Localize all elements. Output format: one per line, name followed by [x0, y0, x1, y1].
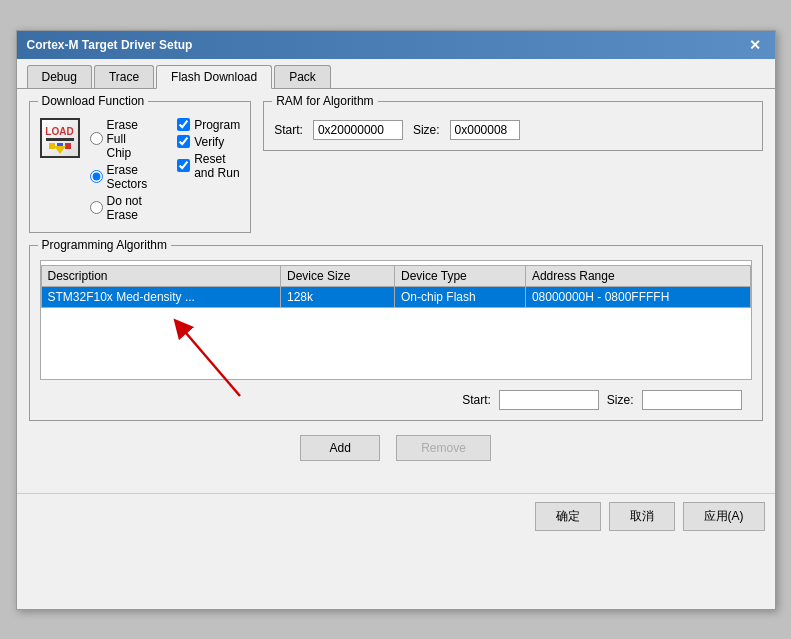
- table-row[interactable]: STM32F10x Med-density ... 128k On-chip F…: [41, 286, 750, 307]
- load-text: LOAD: [45, 127, 73, 137]
- add-remove-buttons: Add Remove: [29, 435, 763, 461]
- download-function-legend: Download Function: [38, 94, 149, 108]
- remove-button[interactable]: Remove: [396, 435, 491, 461]
- prog-table-container: Description Device Size Device Type Addr…: [40, 260, 752, 380]
- programming-algorithm-group: Programming Algorithm Description Device…: [29, 245, 763, 421]
- reset-and-run-checkbox[interactable]: [177, 159, 190, 172]
- programming-algorithm-legend: Programming Algorithm: [38, 238, 171, 252]
- program-checkbox[interactable]: [177, 118, 190, 131]
- col-device-size: Device Size: [280, 265, 394, 286]
- ram-size-label: Size:: [413, 123, 440, 137]
- do-not-erase-label[interactable]: Do not Erase: [107, 194, 148, 222]
- tab-flash-download[interactable]: Flash Download: [156, 65, 272, 89]
- cell-device-type: On-chip Flash: [394, 286, 525, 307]
- verify-label[interactable]: Verify: [194, 135, 224, 149]
- table-header-row: Description Device Size Device Type Addr…: [41, 265, 750, 286]
- erase-sectors-label[interactable]: Erase Sectors: [107, 163, 148, 191]
- prog-start-input[interactable]: [499, 390, 599, 410]
- cancel-button[interactable]: 取消: [609, 502, 675, 531]
- load-icon: LOAD: [40, 118, 80, 158]
- prog-start-size-fields: Start: Size:: [40, 390, 752, 410]
- ram-content: Start: Size:: [274, 120, 751, 140]
- erase-full-chip-radio[interactable]: [90, 132, 103, 145]
- action-buttons: 确定 取消 应用(A): [17, 493, 775, 539]
- ram-fields: Start: Size:: [274, 120, 751, 140]
- ok-button[interactable]: 确定: [535, 502, 601, 531]
- erase-full-chip-row: Erase Full Chip: [90, 118, 148, 160]
- ram-group: RAM for Algorithm Start: Size:: [263, 101, 762, 151]
- main-window: Cortex-M Target Driver Setup ✕ Debug Tra…: [16, 30, 776, 610]
- load-arrow-icon: [54, 146, 66, 154]
- col-address-range: Address Range: [525, 265, 750, 286]
- window-title: Cortex-M Target Driver Setup: [27, 38, 193, 52]
- download-function-inner: LOAD: [40, 116, 241, 222]
- col-device-type: Device Type: [394, 265, 525, 286]
- reset-and-run-label[interactable]: Reset and Run: [194, 152, 240, 180]
- cell-address-range: 08000000H - 0800FFFFH: [525, 286, 750, 307]
- ram-section: RAM for Algorithm Start: Size:: [263, 101, 762, 245]
- erase-sectors-radio[interactable]: [90, 170, 103, 183]
- verify-row: Verify: [177, 135, 240, 149]
- title-bar: Cortex-M Target Driver Setup ✕: [17, 31, 775, 59]
- cell-description: STM32F10x Med-density ...: [41, 286, 280, 307]
- erase-options: Erase Full Chip Erase Sectors Do not Era…: [90, 118, 148, 222]
- program-row: Program: [177, 118, 240, 132]
- tab-pack[interactable]: Pack: [274, 65, 331, 88]
- cell-device-size: 128k: [280, 286, 394, 307]
- content-area: Download Function LOAD: [17, 89, 775, 473]
- erase-full-chip-label[interactable]: Erase Full Chip: [107, 118, 148, 160]
- col-description: Description: [41, 265, 280, 286]
- checkbox-options: Program Verify Reset and Run: [177, 118, 240, 180]
- tab-debug[interactable]: Debug: [27, 65, 92, 88]
- tabs-bar: Debug Trace Flash Download Pack: [17, 59, 775, 89]
- apply-button[interactable]: 应用(A): [683, 502, 765, 531]
- download-function-section: Download Function LOAD: [29, 101, 252, 245]
- add-button[interactable]: Add: [300, 435, 380, 461]
- download-function-content: LOAD: [40, 116, 241, 222]
- prog-size-label: Size:: [607, 393, 634, 407]
- reset-and-run-row: Reset and Run: [177, 152, 240, 180]
- ram-size-input[interactable]: [450, 120, 520, 140]
- program-label[interactable]: Program: [194, 118, 240, 132]
- programming-algorithm-content: Description Device Size Device Type Addr…: [40, 260, 752, 410]
- close-button[interactable]: ✕: [745, 37, 765, 53]
- erase-sectors-row: Erase Sectors: [90, 163, 148, 191]
- prog-start-label: Start:: [462, 393, 491, 407]
- download-function-group: Download Function LOAD: [29, 101, 252, 233]
- ram-legend: RAM for Algorithm: [272, 94, 377, 108]
- ram-start-input[interactable]: [313, 120, 403, 140]
- prog-size-input[interactable]: [642, 390, 742, 410]
- do-not-erase-radio[interactable]: [90, 201, 103, 214]
- prog-table: Description Device Size Device Type Addr…: [41, 265, 751, 308]
- do-not-erase-row: Do not Erase: [90, 194, 148, 222]
- tab-trace[interactable]: Trace: [94, 65, 154, 88]
- top-sections: Download Function LOAD: [29, 101, 763, 245]
- ram-start-label: Start:: [274, 123, 303, 137]
- verify-checkbox[interactable]: [177, 135, 190, 148]
